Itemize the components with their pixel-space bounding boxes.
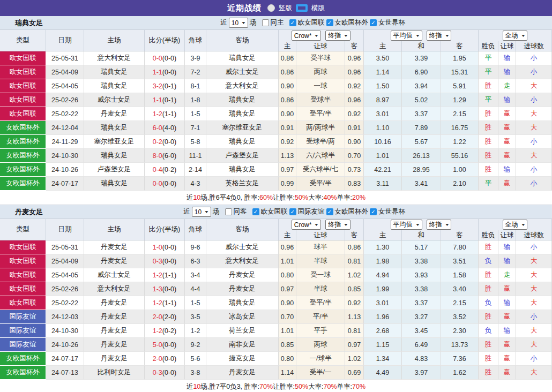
- recent-count-select[interactable]: 10▼: [192, 207, 211, 217]
- match-score: 1-2(1-1): [145, 296, 185, 310]
- league-badge: 女欧国杯外: [0, 352, 46, 366]
- summary-text: 50%: [295, 194, 308, 201]
- ah-home-odds: 1.01: [279, 324, 296, 338]
- summary-text: 60%: [259, 194, 273, 201]
- ah-line: 受平/半: [296, 177, 345, 191]
- competition-filter-checkbox[interactable]: ✓: [289, 208, 296, 215]
- eu-home-odds: 1.01: [364, 149, 402, 163]
- scope-select[interactable]: 全场▼: [503, 220, 528, 230]
- ah-home-odds: 0.97: [279, 163, 296, 177]
- ah-line: 六/六球半: [296, 149, 345, 163]
- column-subheader: 让球: [498, 41, 516, 51]
- ah-home-odds: 1.01: [279, 254, 296, 268]
- result-goals: 小: [516, 240, 552, 254]
- home-team: 瑞典女足: [84, 79, 145, 93]
- corner-score: 5-6: [185, 352, 206, 366]
- league-badge: 欧女国联: [0, 282, 46, 296]
- ah-home-odds: 0.96: [279, 240, 296, 254]
- euro-period-select[interactable]: 终指▼: [427, 220, 452, 230]
- table-row: 欧女国联25-02-26威尔士女足1-1(0-1)1-8瑞典女足0.86受球半0…: [0, 93, 552, 107]
- corner-score: 3-5: [185, 310, 206, 324]
- table-row: 欧女国联25-04-05威尔士女足1-2(1-1)3-4丹麦女足0.80受一球1…: [0, 268, 552, 282]
- team-section: 瑞典女足 近10▼场同主✓欧女国联✓女欧国杯外✓女世界杯 类型日期主场比分(半场…: [0, 16, 552, 205]
- competition-filter-checkbox[interactable]: ✓: [326, 19, 333, 26]
- bookmaker-select[interactable]: Crow*▼: [292, 31, 322, 41]
- home-team: 丹麦女足: [84, 352, 145, 366]
- match-date: 24-11-29: [46, 135, 84, 149]
- summary-text: 近: [187, 382, 193, 391]
- table-row: 欧女国联25-04-09瑞典女足1-1(0-0)7-2威尔士女足0.86两球0.…: [0, 65, 552, 79]
- home-team: 丹麦女足: [84, 310, 145, 324]
- radio-horizontal-label[interactable]: 横版: [311, 4, 325, 13]
- ah-home-odds: 0.90: [279, 296, 296, 310]
- competition-filter-checkbox[interactable]: ✓: [370, 19, 377, 26]
- radio-vertical-label[interactable]: 竖版: [279, 4, 292, 13]
- eu-home-odds: 1.96: [364, 310, 402, 324]
- competition-filter-checkbox[interactable]: ✓: [370, 208, 377, 215]
- result-goals: 大: [516, 282, 552, 296]
- half-time-score: (0-0): [162, 180, 176, 187]
- ah-home-odds: 0.85: [279, 338, 296, 352]
- eu-home-odds: 1.99: [364, 282, 402, 296]
- corner-score: 6-3: [185, 254, 206, 268]
- away-team: 南非女足: [206, 338, 279, 352]
- bookmaker-select[interactable]: Crow*▼: [292, 220, 322, 230]
- ah-home-odds: 0.80: [279, 268, 296, 282]
- result-handicap: 赢: [498, 352, 516, 366]
- eu-home-odds: 8.97: [364, 93, 402, 107]
- column-header: 比分(半场): [145, 30, 185, 51]
- table-row: 女欧国杯外24-07-13比利时女足0-3(0-0)3-8丹麦女足1.14受半/…: [0, 366, 552, 380]
- summary-text: 40%: [324, 194, 337, 201]
- same-venue-checkbox[interactable]: [262, 19, 269, 26]
- competition-filter-checkbox[interactable]: ✓: [252, 208, 259, 215]
- summary-text: 大率:: [308, 193, 323, 202]
- ah-line: 两球: [296, 65, 345, 79]
- result-wdl: 胜: [479, 121, 498, 135]
- result-handicap: 赢: [498, 149, 516, 163]
- result-wdl: 平: [479, 177, 498, 191]
- match-date: 25-04-09: [46, 254, 84, 268]
- match-score: 0-4(0-2): [145, 163, 185, 177]
- ah-home-odds: 0.80: [279, 352, 296, 366]
- result-wdl: 平: [479, 65, 498, 79]
- half-time-score: (0-1): [162, 96, 176, 104]
- summary-text: 大率:: [308, 382, 323, 391]
- radio-horizontal[interactable]: [296, 4, 308, 12]
- ah-line: 半球: [296, 254, 345, 268]
- competition-filter-checkbox[interactable]: ✓: [289, 19, 296, 26]
- summary-text: 单率:: [337, 382, 352, 391]
- eu-away-odds: 3.51: [441, 254, 479, 268]
- result-wdl: 负: [479, 254, 498, 268]
- result-wdl: 胜: [479, 79, 498, 93]
- euro-odds-select[interactable]: 平均值▼: [391, 31, 422, 41]
- result-handicap: 赢: [498, 121, 516, 135]
- result-wdl: 胜: [479, 282, 498, 296]
- select-value: 全场: [505, 31, 518, 40]
- scope-select[interactable]: 全场▼: [503, 31, 528, 41]
- bookmaker-period-select[interactable]: 终指▼: [325, 31, 350, 41]
- result-handicap: 输: [498, 324, 516, 338]
- corner-score: 3-8: [185, 366, 206, 380]
- eu-home-odds: 1.34: [364, 352, 402, 366]
- eu-draw-odds: 6.49: [402, 338, 441, 352]
- radio-vertical[interactable]: [267, 4, 275, 12]
- full-time-score: 1-0: [153, 244, 162, 251]
- ah-line: 一球: [296, 79, 345, 93]
- euro-odds-select[interactable]: 平均值▼: [391, 220, 422, 230]
- column-header: 主场: [84, 30, 145, 51]
- bookmaker-period-select[interactable]: 终指▼: [325, 220, 350, 230]
- column-subheader: 进球数: [516, 230, 552, 240]
- corner-score: 4-3: [185, 177, 206, 191]
- away-team: 卢森堡女足: [206, 149, 279, 163]
- table-header: 类型日期主场比分(半场)角球客场Crow*▼终指▼平均值▼终指▼全场▼主让球客主…: [0, 219, 552, 240]
- competition-filter-checkbox[interactable]: ✓: [326, 208, 333, 215]
- euro-period-select[interactable]: 终指▼: [427, 31, 452, 41]
- match-date: 24-12-03: [46, 310, 84, 324]
- half-time-score: (0-0): [162, 138, 176, 146]
- same-venue-checkbox[interactable]: [225, 208, 232, 215]
- table-row: 国际友谊24-12-03丹麦女足2-0(2-0)3-5冰岛女足0.70平/半1.…: [0, 310, 552, 324]
- table-row: 国际友谊24-10-26丹麦女足5-0(0-0)9-2南非女足0.85两球0.9…: [0, 338, 552, 352]
- eu-away-odds: 2.15: [441, 296, 479, 310]
- recent-count-select[interactable]: 10▼: [229, 18, 248, 28]
- away-team: 捷克女足: [206, 352, 279, 366]
